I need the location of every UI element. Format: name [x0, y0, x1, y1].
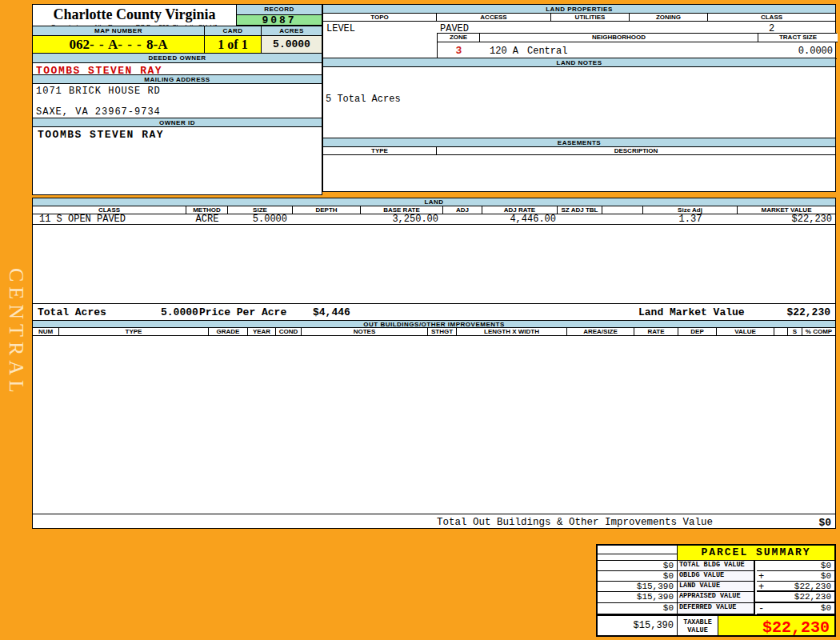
ob-col-sthgt: STHGT [428, 328, 457, 335]
ob-col-cond: COND [276, 328, 302, 335]
land-market-value-label: Land Market Value [638, 306, 745, 318]
land-properties-card: LAND PROPERTIES TOPO ACCESS UTILITIES ZO… [322, 4, 836, 192]
district-strip-label: CENTRAL [4, 268, 28, 388]
land-section-title: LAND [33, 198, 835, 206]
land-col-size-adj: Size Adj [643, 206, 738, 214]
land-size-adj-value: 1.37 [643, 214, 738, 224]
ps-op-land: + [757, 582, 768, 592]
ps-label-taxable: TAXABLE VALUE [678, 616, 718, 635]
mailing-address-label: MAILING ADDRESS [33, 74, 322, 84]
ob-col-blank [774, 328, 788, 335]
address-line2: SAXE, VA 23967-9734 [36, 106, 161, 118]
neighborhood-label: NEIGHBORHOOD [480, 34, 758, 42]
deeded-owner-label: DEEDED OWNER [33, 54, 322, 63]
ps-op-deferred: - [757, 603, 768, 614]
utilities-label: UTILITIES [551, 14, 630, 21]
land-blank-value [602, 214, 643, 224]
record-box: RECORD 9087 [236, 5, 322, 26]
county-header: Charlotte County Virginia Commissioner o… [33, 5, 236, 26]
address-line1: 1071 BRICK HOUSE RD [36, 86, 161, 97]
land-adj-value [443, 214, 482, 224]
easements-title: EASEMENTS [323, 138, 835, 147]
ob-col-notes: NOTES [302, 328, 428, 335]
map-number-label: MAP NUMBER [33, 26, 205, 35]
access-label: ACCESS [437, 14, 551, 21]
ps-taxable-row: $15,390 TAXABLE VALUE $22,230 [598, 614, 834, 635]
ps-label-appraised: APPRAISED VALUE [678, 592, 755, 603]
price-per-acre-value: $4,446 [313, 306, 350, 318]
tract-size-label: TRACT SIZE [758, 34, 838, 42]
ob-col-num: NUM [33, 328, 59, 335]
land-col-class: CLASS [33, 206, 186, 214]
ob-col-value: VALUE [717, 328, 774, 335]
land-col-size: SIZE [228, 206, 293, 214]
topo-value: LEVEL [326, 23, 355, 34]
map-card-acres-value-row: 062- - A- - - 8-A 1 of 1 5.0000 [33, 36, 322, 54]
land-col-blank [602, 206, 643, 214]
ps-label-taxable-line2: VALUE [678, 626, 718, 634]
zone-header-row: ZONE NEIGHBORHOOD TRACT SIZE [438, 34, 838, 42]
parcel-summary-title: PARCEL SUMMARY [678, 546, 834, 561]
land-depth-value [293, 214, 361, 224]
ob-col-s: S [788, 328, 802, 335]
land-market-value: $22,230 [738, 214, 835, 224]
ps-prior-obldg: $0 [598, 571, 678, 582]
land-col-market-value: MARKET VALUE [738, 206, 835, 214]
land-col-adj: ADJ [443, 206, 482, 214]
ob-col-year: YEAR [248, 328, 276, 335]
ps-label-land: LAND VALUE [678, 582, 755, 592]
land-col-sz-adj-tbl: SZ ADJ TBL [558, 206, 602, 214]
ob-col-dep: DEP [678, 328, 717, 335]
land-col-method: METHOD [186, 206, 228, 214]
ps-value-taxable: $22,230 [718, 616, 834, 635]
land-data-row: 11 S OPEN PAVED ACRE 5.0000 3,250.00 4,4… [33, 214, 835, 225]
acres-value: 5.0000 [262, 36, 322, 53]
card-value: 1 of 1 [205, 36, 262, 53]
land-notes-title: LAND NOTES [323, 58, 835, 67]
property-record-page: CENTRAL Charlotte County Virginia Commis… [0, 0, 840, 640]
ob-col-rate: RATE [634, 328, 678, 335]
ps-value-land: $22,230 [768, 582, 834, 592]
owner-id-label: OWNER ID [33, 118, 322, 127]
ps-label-obldg: OBLDG VALUE [678, 571, 755, 582]
total-acres-value: 5.0000 [161, 306, 198, 318]
ob-col-type: TYPE [59, 328, 209, 335]
ps-blank-cell-b [598, 554, 678, 561]
parcel-summary-card: PARCEL SUMMARY $0 TOTAL BLDG VALUE $0 $0… [596, 544, 836, 637]
ps-blank-cell-a [598, 546, 678, 554]
land-base-rate-value: 3,250.00 [361, 214, 443, 224]
ob-col-length-width: LENGTH X WIDTH [457, 328, 567, 335]
record-value: 9087 [236, 15, 322, 26]
land-totals-row: Total Acres 5.0000 Price Per Acre $4,446… [33, 303, 835, 318]
land-properties-title: LAND PROPERTIES [323, 5, 835, 14]
ps-value-appraised: $22,230 [755, 592, 834, 603]
ps-prior-land: $15,390 [598, 582, 678, 592]
map-card-acres-header-row: MAP NUMBER CARD ACRES [33, 26, 322, 36]
land-size-value: 5.0000 [228, 214, 293, 224]
ps-value-obldg: $0 [768, 571, 834, 582]
easement-type-label: TYPE [323, 147, 437, 154]
out-buildings-header-row: NUM TYPE GRADE YEAR COND NOTES STHGT LEN… [33, 328, 835, 336]
out-buildings-total-value: $0 [818, 517, 831, 529]
ps-prior-taxable: $15,390 [598, 616, 678, 635]
ps-op-obldg: + [757, 571, 768, 582]
out-buildings-total-label: Total Out Buildings & Other Improvements… [437, 517, 713, 528]
county-title: Charlotte County Virginia [33, 5, 236, 23]
land-notes-value: 5 Total Acres [326, 94, 401, 105]
owner-id-value: TOOMBS STEVEN RAY [33, 129, 322, 141]
card-label: CARD [205, 26, 262, 35]
neighborhood-name: Central [527, 46, 567, 57]
ps-prior-appraised: $15,390 [598, 592, 678, 603]
tract-size-value: 0.0000 [758, 46, 833, 57]
land-method-value: ACRE [186, 214, 228, 224]
out-buildings-title: OUT BUILDINGS/OTHER IMPROVEMENTS [33, 320, 835, 328]
land-properties-header-row: TOPO ACCESS UTILITIES ZONING CLASS [323, 14, 835, 22]
land-col-adj-rate: ADJ RATE [482, 206, 558, 214]
easement-description-label: DESCRIPTION [437, 147, 835, 154]
ps-prior-deferred: $0 [598, 603, 678, 614]
total-acres-label: Total Acres [38, 306, 106, 318]
ps-label-taxable-line1: TAXABLE [678, 618, 718, 626]
map-number-value: 062- - A- - - 8-A [33, 36, 205, 53]
acres-label: ACRES [262, 26, 322, 35]
ps-prior-total-bldg: $0 [598, 561, 678, 571]
